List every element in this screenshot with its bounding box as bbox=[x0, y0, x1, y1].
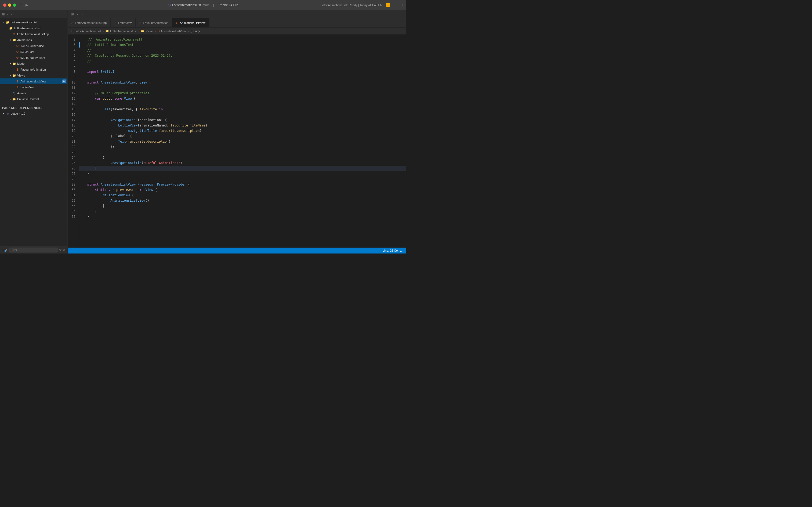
code-line: var body: some View { bbox=[79, 96, 406, 101]
code-content[interactable]: // AnimationsListView.swift // LottieAni… bbox=[79, 35, 406, 247]
code-line bbox=[79, 85, 406, 91]
sidebar-toggle-icon[interactable]: ⊞ bbox=[20, 3, 23, 7]
tab-animations-list-view[interactable]: S AnimationsListView bbox=[172, 18, 210, 27]
code-line-current: } bbox=[79, 166, 406, 171]
titlebar-right: LottieAnimationsList: Ready | Today at 1… bbox=[321, 3, 403, 7]
code-line: AnimationsListView() bbox=[79, 198, 406, 203]
breadcrumb-sep: › bbox=[155, 30, 156, 33]
nav-forward-icon[interactable]: › bbox=[80, 11, 83, 17]
sidebar-item-white-rice[interactable]: ⚙ 134730-white-rice bbox=[0, 43, 67, 49]
breadcrumb-func-icon: {} bbox=[190, 30, 192, 33]
tab-label: FavouriteAnimation bbox=[143, 21, 169, 24]
views-folder-label: Views bbox=[17, 74, 66, 77]
sidebar-item-happy-plant[interactable]: ⚙ 92245-happy-plant bbox=[0, 55, 67, 61]
model-folder-label: Model bbox=[17, 62, 66, 65]
code-line bbox=[79, 101, 406, 107]
add-icon[interactable]: + bbox=[2, 248, 4, 251]
close-button[interactable] bbox=[3, 3, 6, 7]
filter-options-icon[interactable]: ⚙ bbox=[59, 248, 62, 251]
sidebar-item-lost[interactable]: ⚙ 53034-lost bbox=[0, 49, 67, 55]
line-col-indicator: Line: 26 Col: 1 bbox=[383, 249, 402, 252]
views-arrow bbox=[9, 74, 12, 77]
sidebar-item-preview-content[interactable]: 📂 Preview Content bbox=[0, 96, 67, 102]
preview-content-arrow bbox=[9, 98, 12, 101]
animations-arrow bbox=[9, 39, 12, 42]
sidebar-item-assets[interactable]: ⬡ Assets bbox=[0, 90, 67, 96]
group-label: LottieAnimationsList bbox=[14, 26, 66, 30]
sidebar-item-lottie-view[interactable]: S LottieView bbox=[0, 84, 67, 90]
code-line: // bbox=[79, 58, 406, 64]
code-line: }, label: { bbox=[79, 133, 406, 139]
swift-icon: S bbox=[15, 86, 19, 89]
minimize-button[interactable] bbox=[8, 3, 11, 7]
filter-clear-icon[interactable]: ✕ bbox=[63, 248, 65, 251]
lottie-icon: ⚙ bbox=[15, 44, 19, 48]
root-label: LottieAnimationsList bbox=[11, 21, 66, 24]
assets-label: Assets bbox=[17, 92, 66, 95]
nav-forward-icon[interactable]: › bbox=[10, 12, 11, 16]
code-line: // Created by Russell Gordon on 2023-01-… bbox=[79, 53, 406, 58]
nav-bar: ⊞ ‹ › bbox=[68, 10, 406, 18]
sidebar-item-model-folder[interactable]: 📁 Model bbox=[0, 61, 67, 67]
project-branch: main bbox=[202, 3, 210, 7]
breadcrumb-part1[interactable]: LottieAnimationsList bbox=[75, 30, 101, 33]
tab-swift-icon: S bbox=[71, 21, 73, 24]
root-arrow bbox=[2, 21, 5, 24]
filter-arrow-icon: ▾ bbox=[6, 248, 7, 251]
filter-input[interactable] bbox=[9, 247, 58, 252]
code-line: // LottieAnimationsTest bbox=[79, 42, 406, 48]
code-line bbox=[79, 112, 406, 117]
sidebar-item-lottie-pkg[interactable]: ◈ Lottie 4.1.2 bbox=[0, 111, 67, 117]
code-line: } bbox=[79, 155, 406, 160]
sidebar-item-animations-list-view[interactable]: S AnimationsListView M bbox=[0, 78, 67, 84]
code-line bbox=[79, 64, 406, 69]
group-arrow bbox=[5, 26, 9, 30]
warning-badge: 1 bbox=[386, 3, 390, 7]
maximize-button[interactable] bbox=[13, 3, 16, 7]
code-line: .navigationTitle("Useful Animations") bbox=[79, 160, 406, 166]
run-button[interactable]: ▶ bbox=[25, 3, 28, 7]
breadcrumb-swift-icon: S bbox=[158, 30, 160, 33]
sidebar-item-views-folder[interactable]: 📁 Views bbox=[0, 72, 67, 78]
line-numbers: 23456 7891011 1213141516 1718192021 2223… bbox=[68, 35, 79, 247]
lost-label: 53034-lost bbox=[20, 50, 66, 53]
code-line: NavigationView { bbox=[79, 192, 406, 198]
grid-icon[interactable]: ⊞ bbox=[2, 12, 5, 16]
sidebar-item-app-file[interactable]: S LottieAnimationsListApp bbox=[0, 31, 67, 37]
breadcrumb-sep: › bbox=[188, 30, 189, 33]
code-line: // AnimationsListView.swift bbox=[79, 37, 406, 42]
device-label: iPhone 14 Pro bbox=[218, 3, 238, 7]
status-text: LottieAnimationsList: Ready | Today at 1… bbox=[321, 3, 383, 7]
breadcrumb-part2[interactable]: LottieAnimationsList bbox=[110, 30, 136, 33]
pkg-icon: ◈ bbox=[6, 112, 10, 115]
code-line bbox=[79, 74, 406, 80]
code-line: List(favourites) { favourite in bbox=[79, 107, 406, 112]
breadcrumb-part5[interactable]: body bbox=[193, 30, 200, 33]
sidebar-item-lottieanimationslist[interactable]: 📁 LottieAnimationsList bbox=[0, 25, 67, 31]
favourite-animation-label: FavouriteAnimation bbox=[20, 68, 66, 71]
breadcrumb-part3[interactable]: Views bbox=[146, 30, 153, 33]
tab-lottie-view[interactable]: S LottieView bbox=[111, 18, 135, 27]
nav-back-icon[interactable]: ‹ bbox=[7, 12, 8, 16]
code-line: Text(favourite.description) bbox=[79, 139, 406, 144]
code-line: } bbox=[79, 171, 406, 176]
tab-label: LottieView bbox=[118, 21, 132, 24]
window-controls[interactable] bbox=[3, 3, 16, 7]
sidebar-item-favourite-animation[interactable]: S FavouriteAnimation bbox=[0, 67, 67, 72]
grid-view-icon[interactable]: ⊞ bbox=[70, 11, 75, 17]
nav-back-icon[interactable]: ‹ bbox=[76, 11, 79, 17]
tab-lottie-animations-list-app[interactable]: S LottieAnimationsListApp bbox=[68, 18, 111, 27]
tab-favourite-animation[interactable]: S FavouriteAnimation bbox=[135, 18, 172, 27]
root-folder-icon: 📁 bbox=[6, 20, 10, 24]
code-line: // bbox=[79, 48, 406, 53]
breadcrumb-part4[interactable]: AnimationsListView bbox=[161, 30, 186, 33]
breadcrumb-bar: ⬡ LottieAnimationsList › 📁 LottieAnimati… bbox=[68, 27, 406, 35]
package-dependencies-header: Package Dependencies bbox=[0, 104, 67, 111]
code-editor: 23456 7891011 1213141516 1718192021 2223… bbox=[68, 35, 406, 247]
sidebar-item-animations-folder[interactable]: 📁 Animations bbox=[0, 37, 67, 43]
breadcrumb-folder-icon: 📁 bbox=[105, 29, 109, 33]
sidebar-item-root[interactable]: 📁 LottieAnimationsList bbox=[0, 19, 67, 25]
preview-content-label: Preview Content bbox=[17, 98, 66, 101]
asset-icon: ⬡ bbox=[12, 91, 16, 95]
tab-swift-icon: S bbox=[139, 21, 141, 24]
